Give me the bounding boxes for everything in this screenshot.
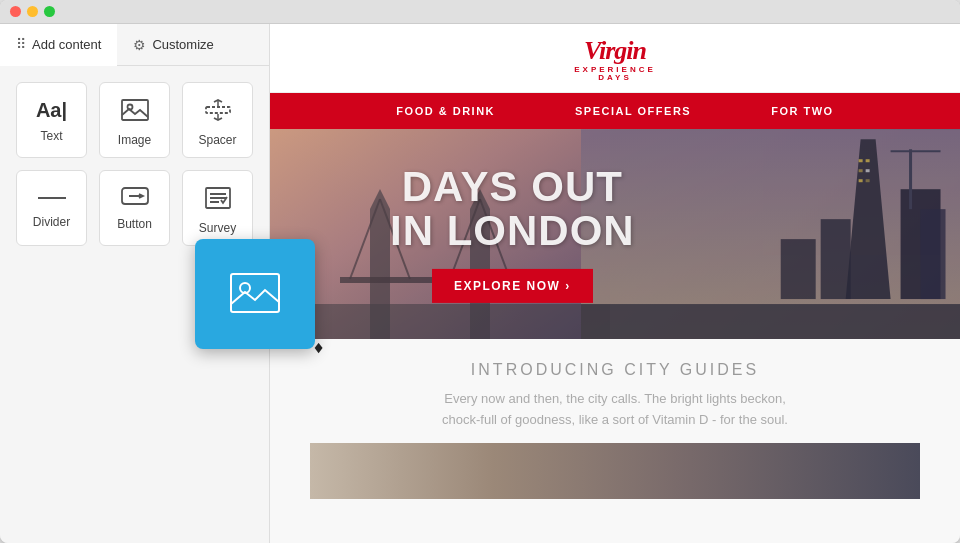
spacer-icon <box>204 99 232 125</box>
tab-add-content[interactable]: ⠿ Add content <box>0 24 117 66</box>
logo: Virgin EXPERIENCE DAYS <box>574 38 656 82</box>
survey-label: Survey <box>199 221 236 235</box>
minimize-button[interactable] <box>27 6 38 17</box>
city-guides-body: Every now and then, the city calls. The … <box>415 389 815 431</box>
content-item-text[interactable]: Aa| Text <box>16 82 87 158</box>
email-nav: FOOD & DRINK SPECIAL OFFERS FOR TWO <box>270 93 960 129</box>
svg-rect-29 <box>865 169 869 172</box>
content-item-spacer[interactable]: Spacer <box>182 82 253 158</box>
svg-rect-26 <box>858 159 862 162</box>
button-icon <box>121 187 149 209</box>
svg-rect-2 <box>206 107 230 113</box>
content-item-divider[interactable]: Divider <box>16 170 87 246</box>
content-grid: Aa| Text Image <box>0 66 269 262</box>
logo-days: DAYS <box>574 74 656 82</box>
divider-label: Divider <box>33 215 70 229</box>
left-panel: ⠿ Add content ⚙ Customize Aa| Text <box>0 24 270 543</box>
svg-rect-0 <box>122 100 148 120</box>
tab-customize-label: Customize <box>152 37 213 52</box>
city-guides-title: INTRODUCING CITY GUIDES <box>310 361 920 379</box>
image-icon <box>121 99 149 125</box>
maximize-button[interactable] <box>44 6 55 17</box>
hero-section: DAYS OUT IN LONDON EXPLORE NOW <box>270 129 960 339</box>
hero-title-line1: DAYS OUT <box>402 163 623 210</box>
logo-virgin: Virgin <box>584 36 646 65</box>
panel-tabs: ⠿ Add content ⚙ Customize <box>0 24 269 66</box>
cursor-icon: ⬧ <box>312 333 325 359</box>
content-item-button[interactable]: Button <box>99 170 170 246</box>
tab-customize[interactable]: ⚙ Customize <box>117 24 229 65</box>
image-label: Image <box>118 133 151 147</box>
survey-icon <box>205 187 231 213</box>
spacer-label: Spacer <box>198 133 236 147</box>
city-guides-section: INTRODUCING CITY GUIDES Every now and th… <box>270 339 960 515</box>
hero-title: DAYS OUT IN LONDON <box>390 165 635 253</box>
tab-add-content-label: Add content <box>32 37 101 52</box>
main-layout: ⠿ Add content ⚙ Customize Aa| Text <box>0 24 960 543</box>
email-logo-area: Virgin EXPERIENCE DAYS <box>270 24 960 93</box>
email-preview-area: Virgin EXPERIENCE DAYS FOOD & DRINK SPEC… <box>270 24 960 543</box>
gear-icon: ⚙ <box>133 37 146 53</box>
hero-cta-button[interactable]: EXPLORE NOW <box>432 269 593 303</box>
button-label: Button <box>117 217 152 231</box>
svg-rect-36 <box>581 304 961 339</box>
svg-rect-34 <box>920 209 945 299</box>
text-icon: Aa| <box>36 99 67 121</box>
city-skyline-svg <box>581 129 961 339</box>
svg-rect-35 <box>780 239 815 299</box>
nav-item-offers[interactable]: SPECIAL OFFERS <box>575 105 691 117</box>
svg-rect-33 <box>820 219 850 299</box>
hero-text-area: DAYS OUT IN LONDON EXPLORE NOW <box>390 165 635 303</box>
svg-rect-31 <box>865 179 869 182</box>
divider-icon <box>38 187 66 207</box>
city-image-strip <box>310 443 920 499</box>
app-window: ⠿ Add content ⚙ Customize Aa| Text <box>0 0 960 543</box>
titlebar <box>0 0 960 24</box>
svg-rect-30 <box>858 179 862 182</box>
email-preview: Virgin EXPERIENCE DAYS FOOD & DRINK SPEC… <box>270 24 960 543</box>
svg-rect-11 <box>231 274 279 312</box>
svg-rect-28 <box>858 169 862 172</box>
svg-rect-27 <box>865 159 869 162</box>
hero-title-line2: IN LONDON <box>390 207 635 254</box>
dragging-image-tile: ⬧ <box>195 239 315 349</box>
content-item-image[interactable]: Image <box>99 82 170 158</box>
grid-icon: ⠿ <box>16 36 26 52</box>
text-label: Text <box>40 129 62 143</box>
content-item-survey[interactable]: Survey <box>182 170 253 246</box>
close-button[interactable] <box>10 6 21 17</box>
nav-item-fortwo[interactable]: FOR TWO <box>771 105 833 117</box>
nav-item-food[interactable]: FOOD & DRINK <box>396 105 495 117</box>
